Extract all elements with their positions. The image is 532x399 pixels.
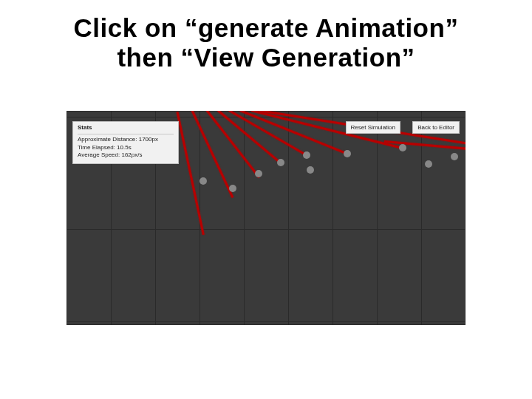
node-dot <box>399 144 406 151</box>
node-dot <box>303 151 310 159</box>
grid-line <box>66 229 466 230</box>
path-segment <box>191 111 234 198</box>
node-dot <box>425 160 432 168</box>
grid-line <box>66 321 466 322</box>
slide-title: Click on “generate Animation” then “View… <box>30 13 502 73</box>
title-line-1: Click on “generate Animation” <box>74 13 459 42</box>
slide: Click on “generate Animation” then “View… <box>0 0 532 399</box>
back-to-editor-button[interactable]: Back to Editor <box>412 121 460 134</box>
grid-line <box>66 117 466 117</box>
grid-line <box>332 111 333 325</box>
node-dot <box>307 166 314 174</box>
simulation-screenshot: Stats Approximate Distance: 1700px Time … <box>66 111 466 325</box>
node-dot <box>229 185 236 192</box>
stats-speed: Average Speed: 162px/s <box>78 151 174 160</box>
node-dot <box>344 150 351 157</box>
title-line-2: then “View Generation” <box>117 43 415 72</box>
stats-panel: Stats Approximate Distance: 1700px Time … <box>72 121 179 164</box>
node-dot <box>255 170 262 177</box>
node-dot <box>451 153 458 160</box>
stats-time: Time Elapsed: 10.5s <box>78 144 174 152</box>
stats-header: Stats <box>78 124 174 134</box>
stats-distance: Approximate Distance: 1700px <box>78 136 174 144</box>
grid-line <box>244 111 245 325</box>
node-dot <box>277 159 284 166</box>
reset-simulation-button[interactable]: Reset Simulation <box>346 121 400 134</box>
node-dot <box>200 177 207 185</box>
